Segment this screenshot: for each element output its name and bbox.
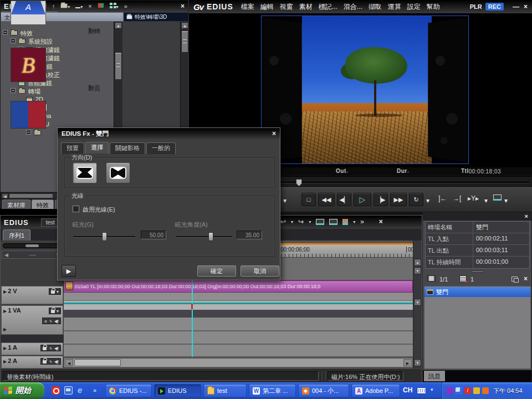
rec-mode-badge[interactable]: REC xyxy=(485,3,504,11)
info-close-button[interactable]: × xyxy=(525,213,528,219)
menu-marker[interactable]: 標記... xyxy=(319,2,337,12)
marker-options-icon[interactable]: ▾ xyxy=(353,219,355,224)
menu-settings[interactable]: 設定 xyxy=(407,2,421,12)
clip-view-icon[interactable] xyxy=(427,275,436,283)
enable-light-checkbox[interactable] xyxy=(73,206,79,212)
timescale-dropdown[interactable]: ◀ ---- ▾ xyxy=(2,250,62,259)
language-bar-options-icon[interactable]: ▾ xyxy=(431,387,433,392)
plr-mode-label[interactable]: PLR xyxy=(470,3,482,10)
layout-icon[interactable] xyxy=(511,276,518,283)
scroll-up-icon[interactable]: ▲ xyxy=(181,22,188,29)
taskbar-button-adobe[interactable]: A Adobe P... xyxy=(351,384,400,397)
glare-slider-handle[interactable] xyxy=(102,232,107,241)
glare-angle-slider[interactable] xyxy=(176,236,232,238)
info-titlebar[interactable]: × xyxy=(423,213,531,221)
taskbar-clock[interactable]: 下午 04:54 xyxy=(493,387,523,395)
audio-tracks[interactable] xyxy=(64,318,413,357)
tab-asset-library[interactable]: 素材庫 xyxy=(2,200,30,209)
jog-options-icon[interactable]: ▾ xyxy=(484,197,488,204)
expand-track-icon[interactable]: ▶ xyxy=(3,327,7,332)
tab-general[interactable]: 一般的 xyxy=(146,142,176,154)
tree-item-system-presets[interactable]: − 系統預設 xyxy=(1,37,114,45)
timeline-horizontal-scrollbar[interactable]: ◀ ▶ xyxy=(64,358,413,367)
glare-angle-value-box[interactable]: 35.00 xyxy=(237,231,262,239)
glare-slider[interactable] xyxy=(73,236,135,238)
scroll-handle[interactable] xyxy=(9,193,53,198)
shuttle-marker[interactable] xyxy=(296,179,302,186)
sort-icon[interactable]: ▾ xyxy=(75,3,83,9)
jog-button[interactable]: ▸Y▸ xyxy=(468,195,479,202)
overwrite-clip-icon[interactable] xyxy=(329,219,337,225)
up-folder-icon[interactable]: ↑ xyxy=(52,3,55,9)
tab-select[interactable]: 選擇 xyxy=(85,142,109,154)
audio-sub-controls[interactable]: a ∿ ◀) xyxy=(42,318,61,324)
scroll-down-icon[interactable]: ▼ xyxy=(414,299,421,306)
rubber-band-line[interactable] xyxy=(64,303,413,304)
direction-vertical-button[interactable] xyxy=(106,162,130,183)
show-desktop-icon[interactable] xyxy=(64,386,73,395)
palette-close-button[interactable]: × xyxy=(181,2,185,10)
effect-thumb-partial[interactable] xyxy=(11,101,46,129)
rewind-button[interactable]: ◀◀ xyxy=(318,193,335,206)
export-icon[interactable] xyxy=(493,195,502,202)
redo-icon[interactable]: ↪ xyxy=(298,218,304,226)
dialog-titlebar[interactable]: EDIUS Fx - 雙門 × xyxy=(58,128,280,139)
corner-icon[interactable]: ▼ xyxy=(414,359,421,366)
main-close-button[interactable]: × xyxy=(524,3,528,11)
tray-network-icon[interactable] xyxy=(456,387,462,394)
list-view-icon[interactable] xyxy=(459,275,467,283)
tab-keyframes[interactable]: 關鍵影格 xyxy=(110,142,145,154)
loop-button[interactable]: ↻ xyxy=(409,193,423,206)
main-titlebar[interactable]: Gv EDIUS 檔案 編輯 視窗 素材 標記... 混合... 擷取 運算 設… xyxy=(189,0,532,13)
start-button[interactable]: 開始 xyxy=(0,382,44,399)
taskbar-button-004[interactable]: ◆ 004 - 小... xyxy=(298,384,349,397)
track-header-2a[interactable]: ▶2 A ∿◀) xyxy=(1,356,63,369)
play-options-icon[interactable]: ▾ xyxy=(426,197,429,204)
direction-horizontal-button[interactable] xyxy=(73,162,97,183)
menu-mode[interactable]: 混合... xyxy=(344,2,362,12)
effect-thumb-flip[interactable]: A xyxy=(11,12,46,25)
track-header-1a[interactable]: ▶1 A ∿◀) xyxy=(1,342,63,355)
glare-angle-slider-handle[interactable] xyxy=(208,232,213,241)
language-indicator[interactable]: CH xyxy=(403,386,412,394)
va-audio-row[interactable] xyxy=(64,293,413,301)
ok-button[interactable]: 確定 xyxy=(197,265,236,277)
track-controls[interactable]: ▾ xyxy=(49,288,61,295)
step-forward-button[interactable]: ▕▶ xyxy=(374,193,388,206)
track-header-1va[interactable]: ▶1 VA ▾ a ∿ ◀) ▶ xyxy=(1,305,63,335)
tab-presets[interactable]: 預置 xyxy=(61,142,84,154)
panel-resize-grip[interactable] xyxy=(472,270,484,273)
track-controls[interactable]: ▾ xyxy=(49,308,61,314)
set-in-button[interactable]: ]← xyxy=(438,195,447,202)
taskbar-button-word-doc[interactable]: W 第二章 ... xyxy=(249,384,296,397)
more-tools-icon[interactable]: » xyxy=(124,3,127,9)
play-button[interactable]: ▷ xyxy=(354,193,371,206)
track-up-icon[interactable]: ▲ xyxy=(414,259,421,266)
track-controls[interactable]: ∿◀) xyxy=(40,345,61,351)
step-back-button[interactable]: ◀▏ xyxy=(337,193,351,206)
scroll-handle[interactable] xyxy=(74,359,121,366)
effect-list-item-selected[interactable]: 雙門 xyxy=(424,287,530,297)
tab-message[interactable]: 訊息 xyxy=(424,371,445,381)
track-down-icon[interactable]: ▼ xyxy=(414,267,421,274)
menu-help[interactable]: 幫助 xyxy=(427,2,440,12)
fast-forward-button[interactable]: ▶▶ xyxy=(390,193,407,206)
undo-icon[interactable]: ↩ xyxy=(280,218,286,226)
keyboard-layout-icon[interactable] xyxy=(417,387,426,394)
stop-button[interactable]: □ xyxy=(301,193,316,206)
tray-update-icon[interactable] xyxy=(482,387,489,394)
internet-explorer-icon[interactable]: e xyxy=(78,386,86,395)
tray-security-icon[interactable] xyxy=(473,387,480,394)
scroll-left-icon[interactable]: ◀ xyxy=(2,193,8,198)
transport-options-icon[interactable]: ▾ xyxy=(283,197,287,204)
timeline-vertical-scrollbar[interactable]: ▲ ▼ ▼ ▼ xyxy=(413,241,422,369)
taskbar-button-edius[interactable]: EDIUS xyxy=(154,384,201,397)
export-options-icon[interactable]: ▾ xyxy=(504,197,508,204)
glare-value-box[interactable]: 50.00 xyxy=(141,231,166,239)
redo-options-icon[interactable]: ▾ xyxy=(309,219,311,224)
track-header-2v[interactable]: ▶2 V ▾ xyxy=(1,286,63,304)
scroll-left-icon[interactable]: ◀ xyxy=(65,359,73,366)
duplicate-icon[interactable]: ▾ xyxy=(60,3,70,9)
effect-thumb-pageturn[interactable]: B xyxy=(11,48,46,82)
collapse-icon[interactable]: − xyxy=(26,130,31,135)
